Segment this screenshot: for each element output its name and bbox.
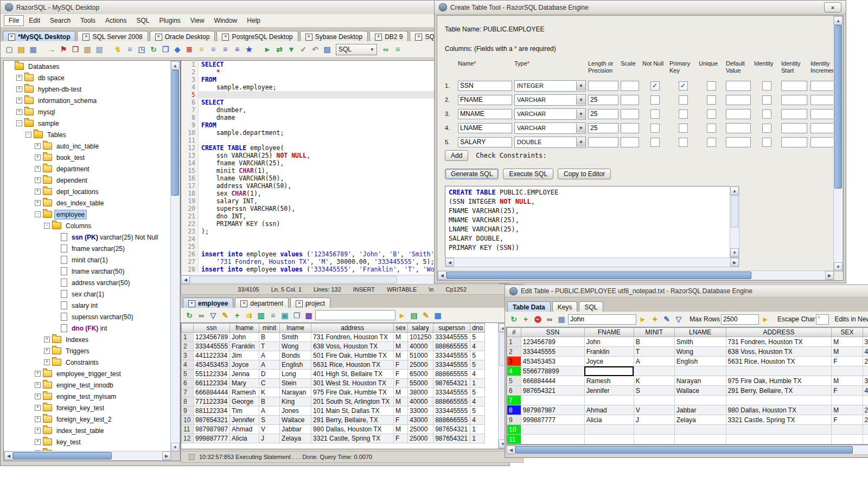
edit-cell-icon[interactable]: ✎: [220, 310, 231, 321]
find-results-icon[interactable]: ∞: [196, 310, 207, 321]
tree-item[interactable]: +book_test: [4, 152, 171, 163]
cell[interactable]: Jones: [280, 406, 311, 416]
cell[interactable]: B: [259, 397, 280, 406]
menu-view[interactable]: View: [186, 15, 209, 26]
cell[interactable]: [634, 435, 674, 444]
export-icon[interactable]: ▤: [409, 310, 419, 321]
cell[interactable]: [584, 396, 634, 405]
cell[interactable]: F: [394, 379, 408, 388]
menu-file[interactable]: File: [4, 15, 24, 26]
menu-actions[interactable]: Actions: [100, 15, 131, 26]
cell[interactable]: Ramesh: [230, 388, 259, 397]
length-input[interactable]: [588, 109, 618, 119]
unique-checkbox[interactable]: [707, 109, 716, 119]
cell[interactable]: M: [832, 337, 863, 347]
cell[interactable]: 5566778899: [521, 366, 584, 376]
format-sql-icon[interactable]: ≡: [196, 44, 207, 55]
cell[interactable]: Alicia: [230, 434, 259, 443]
tree-item[interactable]: +engine_test_innodb: [4, 379, 171, 391]
dialog-vertical-scrollbar[interactable]: ▲ ▼: [833, 16, 843, 272]
menu-help[interactable]: Help: [242, 15, 265, 26]
cell[interactable]: [634, 366, 674, 376]
cell[interactable]: A: [259, 360, 280, 370]
cell[interactable]: M: [394, 406, 408, 416]
cell[interactable]: [832, 425, 863, 435]
unique-checkbox[interactable]: [707, 124, 716, 133]
cell[interactable]: 987654321: [433, 425, 470, 434]
go-search-icon[interactable]: ►: [637, 314, 648, 325]
expand-icon[interactable]: +: [35, 154, 41, 160]
cell[interactable]: 888665555: [433, 397, 470, 406]
column-type-select[interactable]: VARCHAR▼: [514, 94, 586, 106]
align-left-icon[interactable]: ≡: [208, 44, 219, 55]
cell[interactable]: Wallace: [280, 416, 311, 425]
save-grid-icon[interactable]: ▦: [432, 310, 443, 321]
column-type-select[interactable]: VARCHAR▼: [514, 108, 586, 120]
cell[interactable]: 4: [863, 386, 868, 396]
edit-doc-icon[interactable]: ✎: [420, 310, 431, 321]
cell[interactable]: Wong: [674, 347, 726, 357]
expand-icon[interactable]: +: [44, 348, 50, 354]
tree-item[interactable]: -sample: [4, 118, 171, 129]
cell[interactable]: 201 South St, Arlington TX: [311, 397, 394, 406]
scale-input[interactable]: [621, 137, 639, 147]
cell[interactable]: 5631 Rice, Houston TX: [311, 360, 394, 370]
tree-item[interactable]: +Triggers: [4, 345, 171, 357]
default-value-input[interactable]: [726, 95, 751, 105]
cell[interactable]: [584, 435, 634, 444]
connection-tab-postgresql-desktop[interactable]: ×PostgreSQL Desktop: [216, 31, 298, 42]
connection-tab--mysql-desktop[interactable]: ×*MySQL Desktop: [3, 31, 75, 42]
filter-icon[interactable]: ▽: [208, 310, 219, 321]
cell[interactable]: 5: [470, 360, 485, 370]
cell[interactable]: [634, 396, 674, 405]
tree-hscroll-thumb[interactable]: [13, 452, 112, 460]
cell[interactable]: 987987987: [194, 425, 230, 434]
tree-item[interactable]: -employee: [4, 209, 171, 220]
connection-tab-db2-9[interactable]: ×DB2 9: [369, 31, 408, 42]
expand-icon[interactable]: +: [35, 200, 41, 206]
tree-item[interactable]: sex char(1): [4, 288, 171, 300]
execute-forward-icon[interactable]: ►: [262, 44, 273, 55]
sql-statement-dropdown[interactable]: SQL▼: [336, 44, 377, 55]
cell[interactable]: 987654321: [433, 434, 470, 443]
execute-sql-icon[interactable]: ↯: [112, 44, 123, 55]
cell[interactable]: Jabbar: [280, 425, 311, 434]
insert-row-icon[interactable]: +: [232, 310, 242, 321]
tree-item[interactable]: +dependent: [4, 175, 171, 186]
open-folder-icon[interactable]: ▤: [16, 44, 27, 55]
update-icon[interactable]: ✎: [661, 314, 672, 325]
primary-key-checkbox[interactable]: [679, 95, 688, 105]
cell[interactable]: A: [259, 351, 280, 360]
cell[interactable]: Wong: [280, 342, 311, 351]
sql-horizontal-scrollbar[interactable]: ◀ ▶: [445, 257, 739, 267]
tree-item[interactable]: dno (FK) int: [4, 322, 171, 334]
close-tab-icon[interactable]: ×: [415, 34, 422, 41]
cell[interactable]: D: [259, 370, 280, 379]
cell[interactable]: [521, 435, 584, 444]
go-maxrows-icon[interactable]: ►: [760, 314, 771, 325]
cell[interactable]: 771122334: [194, 397, 230, 406]
menu-sql[interactable]: SQL: [131, 15, 154, 26]
scroll-down-icon[interactable]: ▼: [730, 248, 739, 257]
results-filter-input[interactable]: [315, 310, 395, 320]
column-name-input[interactable]: [458, 81, 512, 91]
tree-item[interactable]: +auto_inc_table: [4, 140, 171, 152]
primary-key-checkbox[interactable]: [679, 138, 688, 147]
collapse-icon[interactable]: -: [16, 120, 22, 126]
save-icon[interactable]: ▦: [28, 44, 39, 55]
cell[interactable]: [832, 396, 863, 405]
cell[interactable]: 501 Fire Oak, Humble TX: [311, 351, 394, 360]
primary-key-checkbox[interactable]: [679, 109, 688, 119]
results-tab-project[interactable]: ×project: [290, 298, 330, 309]
cell[interactable]: [584, 366, 634, 376]
expand-icon[interactable]: +: [44, 359, 50, 365]
cell[interactable]: 3321 Castle, Spring TX: [726, 415, 832, 425]
cell[interactable]: 1: [470, 434, 485, 443]
expand-icon[interactable]: +: [44, 337, 50, 343]
cell[interactable]: 4: [470, 397, 485, 406]
tree-horizontal-scrollbar[interactable]: ◀ ▶: [4, 451, 171, 461]
cell[interactable]: 999887777: [194, 434, 230, 443]
cell[interactable]: 43000: [408, 416, 433, 425]
cell[interactable]: 638 Voss, Houston TX: [311, 342, 394, 351]
expand-icon[interactable]: +: [16, 75, 22, 81]
